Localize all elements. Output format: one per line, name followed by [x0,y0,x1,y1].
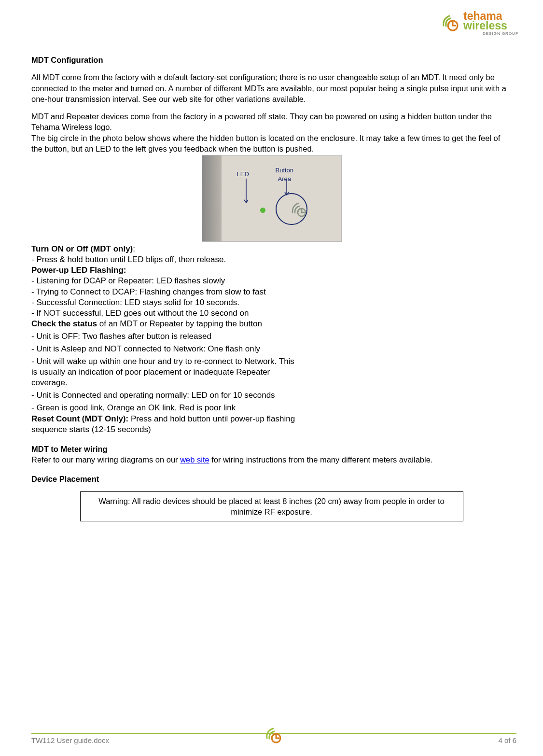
svg-text:DESIGN GROUP: DESIGN GROUP [483,31,518,36]
svg-text:wireless: wireless [463,19,507,32]
heading-mdt-config: MDT Configuration [31,55,512,65]
warning-box: Warning: All radio devices should be pla… [80,491,463,522]
tehama-swirl-icon [291,200,309,218]
brand-logo: tehama wireless DESIGN GROUP [437,7,519,39]
web-site-link[interactable]: web site [180,455,209,464]
instruction-line: - Listening for DCAP or Repeater: LED fl… [31,276,512,286]
footer-page-number: 4 of 6 [498,736,516,745]
status-line: - Unit will wake up within one hour and … [31,356,302,388]
heading-wiring: MDT to Meter wiring [31,444,512,454]
status-line: - Unit is Asleep and NOT connected to Ne… [31,344,512,354]
status-line: - Green is good link, Orange an OK link,… [31,403,512,413]
led-indicator-icon [260,208,265,213]
status-line: - Unit is Connected and operating normal… [31,390,512,401]
photo-label-led: LED [237,170,249,179]
paragraph: MDT and Repeater devices come from the f… [31,111,512,133]
paragraph: All MDT come from the factory with a def… [31,72,512,104]
subhead-turn-on: Turn ON or Off (MDT only) [31,244,133,253]
paragraph: The big circle in the photo below shows … [31,133,512,154]
instruction-line: - If NOT successful, LED goes out withou… [31,308,512,319]
instruction-line: - Press & hold button until LED blips of… [31,254,512,265]
page-footer: TW112 User guide.docx 4 of 6 [31,733,516,745]
subhead-reset: Reset Count (MDT Only): [31,414,128,423]
heading-placement: Device Placement [31,474,512,484]
status-line: - Unit is OFF: Two flashes after button … [31,331,512,342]
device-photo: LED Button Area [202,155,342,242]
instruction-line: - Trying to Connect to DCAP: Flashing ch… [31,287,512,297]
subhead-check-status: Check the status [31,319,97,328]
paragraph: Refer to our many wiring diagrams on our… [31,454,512,465]
footer-logo-icon [265,725,284,746]
instruction-line: - Successful Connection: LED stays solid… [31,297,512,308]
subhead-powerup: Power-up LED Flashing: [31,265,512,276]
footer-filename: TW112 User guide.docx [31,736,109,745]
